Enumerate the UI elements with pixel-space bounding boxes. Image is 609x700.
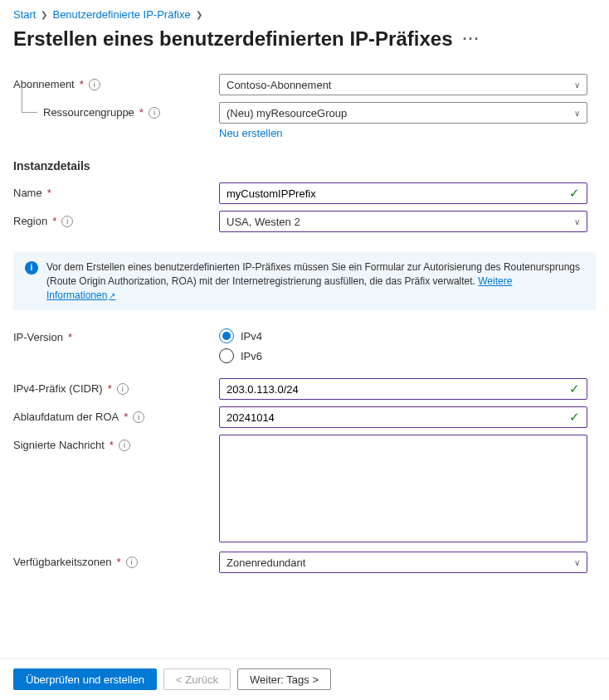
chevron-right-icon: ❯ xyxy=(196,10,202,19)
radio-unchecked-icon xyxy=(219,348,234,363)
availabilityzones-select[interactable]: Zonenredundant ∨ xyxy=(219,552,587,573)
ipv4-radio[interactable]: IPv4 xyxy=(219,328,587,343)
page-title: Erstellen eines benutzerdefinierten IP-P… xyxy=(13,27,596,51)
region-label: Region* i xyxy=(13,211,219,227)
subscription-value: Contoso-Abonnement xyxy=(227,79,331,91)
ipversion-label: IP-Version* xyxy=(13,327,219,343)
chevron-down-icon: ∨ xyxy=(574,217,580,226)
name-input[interactable] xyxy=(227,187,564,200)
region-value: USA, Westen 2 xyxy=(227,216,300,228)
ipv6-label: IPv6 xyxy=(241,350,262,362)
chevron-down-icon: ∨ xyxy=(574,558,580,567)
breadcrumb-custom-ip[interactable]: Benutzerdefinierte IP-Präfixe xyxy=(52,8,190,21)
page-title-text: Erstellen eines benutzerdefinierten IP-P… xyxy=(13,27,453,51)
info-icon[interactable]: i xyxy=(89,79,100,90)
ipv4prefix-input[interactable] xyxy=(227,383,564,396)
availabilityzones-label: Verfügbarkeitszonen* i xyxy=(13,552,219,568)
chevron-down-icon: ∨ xyxy=(574,109,580,118)
review-create-button[interactable]: Überprüfen und erstellen xyxy=(13,668,157,690)
checkmark-icon: ✓ xyxy=(569,410,580,425)
roa-info-banner: i Vor dem Erstellen eines benutzerdefini… xyxy=(13,252,596,310)
resourcegroup-label: Ressourcengruppe* i xyxy=(13,102,219,119)
ipv4prefix-label: IPv4-Präfix (CIDR)* i xyxy=(13,378,219,395)
instance-details-header: Instanzdetails xyxy=(13,159,596,173)
footer-bar: Überprüfen und erstellen < Zurück Weiter… xyxy=(0,658,609,700)
ipv6-radio[interactable]: IPv6 xyxy=(219,348,587,363)
info-icon[interactable]: i xyxy=(149,107,160,119)
roaexpiry-input-wrapper: ✓ xyxy=(219,406,587,428)
info-icon[interactable]: i xyxy=(117,383,129,395)
chevron-down-icon: ∨ xyxy=(574,80,580,90)
external-link-icon: ↗ xyxy=(109,291,115,300)
subscription-select[interactable]: Contoso-Abonnement ∨ xyxy=(219,74,587,95)
resourcegroup-value: (Neu) myResourceGroup xyxy=(227,107,347,119)
info-filled-icon: i xyxy=(25,261,38,275)
signedmessage-textarea[interactable] xyxy=(219,435,587,542)
name-label: Name* xyxy=(13,182,219,199)
breadcrumb: Start ❯ Benutzerdefinierte IP-Präfixe ❯ xyxy=(13,8,596,21)
resourcegroup-select[interactable]: (Neu) myResourceGroup ∨ xyxy=(219,102,587,124)
availabilityzones-value: Zonenredundant xyxy=(227,557,305,569)
roaexpiry-input[interactable] xyxy=(227,411,564,424)
next-tags-button[interactable]: Weiter: Tags > xyxy=(237,668,331,690)
more-actions-icon[interactable]: ··· xyxy=(463,31,480,48)
ipv4prefix-input-wrapper: ✓ xyxy=(219,378,587,400)
radio-checked-icon xyxy=(219,328,234,343)
subscription-label: Abonnement* i xyxy=(13,74,219,90)
chevron-right-icon: ❯ xyxy=(41,10,47,19)
info-icon[interactable]: i xyxy=(126,557,138,568)
signedmessage-label: Signierte Nachricht* i xyxy=(13,435,219,451)
checkmark-icon: ✓ xyxy=(569,186,580,201)
breadcrumb-start[interactable]: Start xyxy=(13,8,36,21)
name-input-wrapper: ✓ xyxy=(219,182,587,204)
back-button: < Zurück xyxy=(163,668,231,690)
info-icon[interactable]: i xyxy=(133,411,144,423)
create-new-link[interactable]: Neu erstellen xyxy=(219,127,283,139)
roaexpiry-label: Ablaufdatum der ROA* i xyxy=(13,406,219,423)
region-select[interactable]: USA, Westen 2 ∨ xyxy=(219,211,587,232)
info-icon[interactable]: i xyxy=(119,440,130,451)
checkmark-icon: ✓ xyxy=(569,382,580,396)
info-icon[interactable]: i xyxy=(61,216,73,227)
ipv4-label: IPv4 xyxy=(241,330,262,343)
